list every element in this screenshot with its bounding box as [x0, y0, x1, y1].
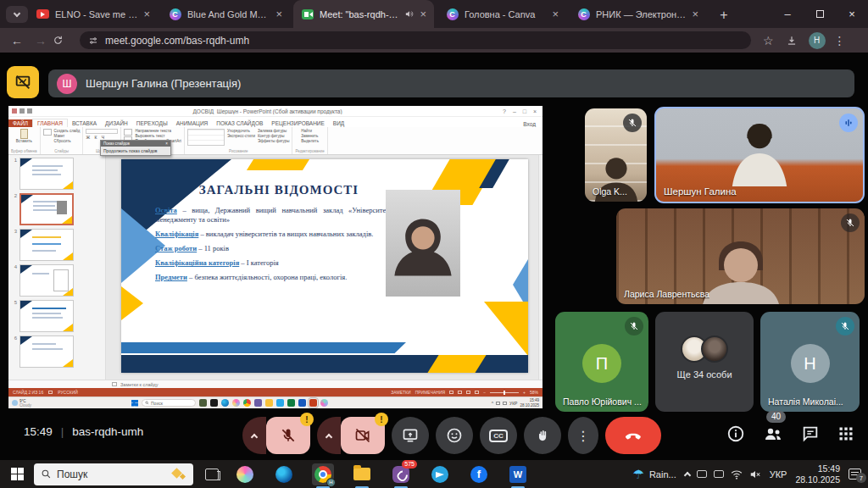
popup-item[interactable]: Продолжить показ слайдов: [101, 147, 170, 155]
ppt-tab-home[interactable]: ГЛАВНАЯ: [32, 119, 68, 127]
tab-rnik[interactable]: C РНИК — Электронная к ×: [570, 0, 706, 28]
tile-shershun[interactable]: Шершун Галина: [654, 107, 865, 203]
slide-thumbnail-3[interactable]: [19, 229, 74, 261]
word-app[interactable]: W: [507, 463, 529, 485]
app-icon[interactable]: [232, 399, 240, 407]
ppt-tab-design[interactable]: ДИЗАЙН: [101, 119, 132, 127]
file-explorer-icon[interactable]: [265, 399, 273, 407]
edge-icon[interactable]: [221, 399, 229, 407]
layout-button[interactable]: Макет: [54, 134, 81, 138]
window-minimize-button[interactable]: –: [773, 0, 802, 28]
bullets-icon[interactable]: [124, 129, 132, 136]
align-text-button[interactable]: Выровнять текст: [135, 134, 181, 138]
powerpoint-icon-active[interactable]: [309, 399, 317, 407]
file-explorer-app[interactable]: [351, 463, 373, 485]
present-button[interactable]: [392, 417, 429, 454]
new-slide-label[interactable]: Создать слайд: [54, 129, 81, 133]
shape-effects-button[interactable]: Эффекты фигуры: [258, 139, 290, 143]
notification-center-button[interactable]: 7: [849, 469, 861, 480]
arrange-button[interactable]: Упорядочить: [227, 129, 255, 133]
comments-toggle[interactable]: ПРИМЕЧАНИЯ: [415, 390, 446, 395]
close-icon[interactable]: ×: [143, 8, 150, 19]
task-view-button[interactable]: [205, 469, 219, 480]
taskbar-search[interactable]: Пошук: [34, 463, 193, 485]
tray-device-icon[interactable]: [697, 470, 707, 478]
browser-menu-button[interactable]: ⋮: [834, 34, 846, 47]
language-indicator[interactable]: УКР: [509, 401, 517, 406]
participants-button[interactable]: 40: [763, 424, 783, 447]
ppt-tab-review[interactable]: РЕЦЕНЗИРОВАНИЕ: [267, 119, 329, 127]
back-button[interactable]: ←: [5, 34, 29, 47]
tray-expand[interactable]: ^: [492, 401, 493, 406]
copilot-app[interactable]: [234, 463, 256, 485]
app-icon[interactable]: [254, 399, 262, 407]
forward-button[interactable]: →: [29, 34, 53, 47]
site-settings-icon[interactable]: [88, 36, 98, 46]
slideshow-popup[interactable]: Показ слайдов× Продолжить показ слайдов: [100, 140, 171, 156]
excel-icon[interactable]: [287, 399, 295, 407]
facebook-app[interactable]: f: [468, 463, 490, 485]
ppt-tab-view[interactable]: ВИД: [329, 119, 348, 127]
popup-close-icon[interactable]: ×: [165, 141, 168, 146]
captions-button[interactable]: CC: [480, 417, 517, 454]
slide-thumbnail-1[interactable]: [19, 158, 74, 190]
raise-hand-button[interactable]: [524, 417, 561, 454]
end-call-button[interactable]: [605, 417, 661, 454]
tile-natalia[interactable]: Н Наталія Миколаі...: [760, 312, 860, 412]
ppt-tab-insert[interactable]: ВСТАВКА: [68, 119, 101, 127]
tab-meet-active[interactable]: Meet: "bas-rqdh-umh ×: [293, 0, 434, 28]
spellcheck-icon[interactable]: [48, 391, 53, 394]
ppt-quick-access-toolbar[interactable]: [12, 108, 32, 114]
slide-thumbnail-6[interactable]: [19, 336, 74, 368]
tray-touchpad-icon[interactable]: [714, 470, 724, 478]
shared-weather-widget[interactable]: 9°C Cloudy: [12, 399, 31, 408]
start-button[interactable]: [0, 468, 34, 480]
activities-button[interactable]: [837, 425, 854, 446]
speaker-muted-icon[interactable]: [749, 469, 761, 480]
chrome-icon[interactable]: [243, 399, 251, 407]
view-slideshow-icon[interactable]: [475, 391, 479, 394]
more-options-button[interactable]: ⋮: [568, 417, 598, 454]
close-icon[interactable]: ×: [420, 8, 426, 19]
new-tab-button[interactable]: +: [715, 6, 733, 25]
camera-toggle-button[interactable]: !: [341, 417, 385, 454]
chat-button[interactable]: [801, 424, 820, 446]
shared-search-box[interactable]: Поиск: [142, 399, 196, 407]
find-button[interactable]: Найти: [301, 129, 319, 133]
tile-olga[interactable]: Olga K...: [585, 108, 647, 202]
address-bar[interactable]: meet.google.com/bas-rqdh-umh: [80, 31, 751, 49]
weather-widget[interactable]: ☂ Rain...: [632, 467, 676, 482]
paste-icon[interactable]: [20, 129, 28, 139]
close-icon[interactable]: ×: [552, 8, 559, 19]
ppt-tab-transitions[interactable]: ПЕРЕХОДЫ: [132, 119, 172, 127]
start-button[interactable]: [131, 400, 138, 407]
bookmark-star-icon[interactable]: ☆: [763, 34, 774, 47]
shape-outline-button[interactable]: Контур фигуры: [258, 134, 290, 138]
tab-canva-design[interactable]: C Blue And Gold Modern C ×: [161, 0, 290, 28]
tab-elno[interactable]: ELNO - Save me (Origina ×: [29, 0, 158, 28]
presentation-paused-indicator[interactable]: [7, 66, 39, 98]
telegram-app[interactable]: [429, 463, 451, 485]
close-icon[interactable]: ×: [692, 8, 698, 19]
edge-app[interactable]: [273, 463, 295, 485]
word-icon[interactable]: [298, 399, 306, 407]
chrome-app-active[interactable]: H: [312, 463, 334, 485]
window-close-button[interactable]: ×: [837, 0, 866, 28]
zoom-level[interactable]: 58%: [530, 390, 538, 395]
ppt-tab-animations[interactable]: АНИМАЦИЯ: [172, 119, 213, 127]
tab-canva-home[interactable]: C Головна - Canva ×: [438, 0, 566, 28]
select-button[interactable]: Выделить: [301, 139, 319, 143]
paste-label[interactable]: Вставить: [16, 139, 32, 143]
slide-thumbnail-2-selected[interactable]: [19, 193, 74, 225]
view-reading-icon[interactable]: [466, 391, 470, 394]
zoom-in-button[interactable]: +: [523, 390, 526, 395]
taskbar-clock[interactable]: 15:49 28.10.2025: [795, 463, 840, 485]
close-icon[interactable]: ×: [275, 8, 282, 19]
view-sorter-icon[interactable]: [458, 391, 462, 394]
view-normal-icon[interactable]: [449, 391, 453, 394]
tile-more-participants[interactable]: Ще 34 особи: [655, 312, 754, 412]
tile-larysa[interactable]: Лариса Лаврентьєва: [616, 208, 865, 304]
shapes-gallery[interactable]: [187, 129, 225, 146]
notes-toggle[interactable]: ЗАМЕТКИ: [391, 390, 410, 395]
slide-scrollbar[interactable]: [538, 155, 542, 380]
